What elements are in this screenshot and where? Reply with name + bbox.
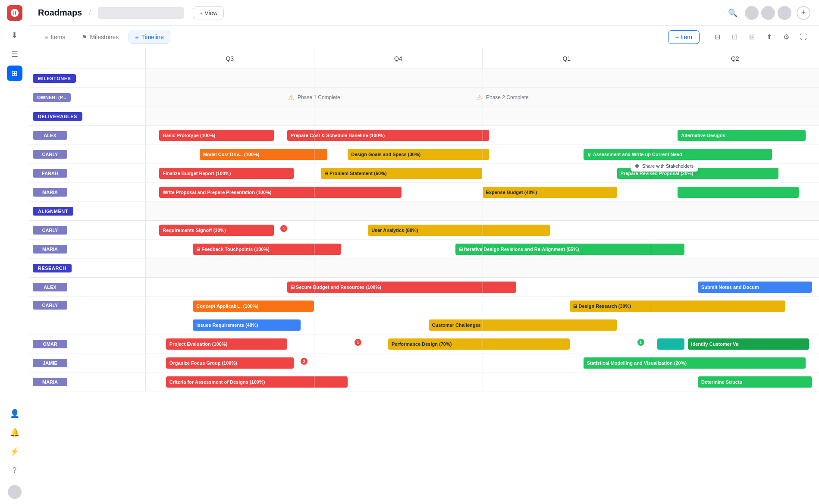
owner-row-carly-align: CARLY bbox=[29, 221, 145, 240]
bar-finalize-budget[interactable]: Finalize Budget Report (100%) bbox=[159, 168, 294, 179]
page-title: Roadmaps bbox=[38, 8, 82, 18]
bar-identify-customer[interactable]: Identify Customer Va bbox=[688, 338, 809, 350]
bar-criteria-assessment[interactable]: Criteria for Assessment of Designs (100%… bbox=[166, 376, 348, 388]
deliverables-label: DELIVERABLES bbox=[33, 112, 82, 121]
owner-row-omar: OMAR bbox=[29, 335, 145, 354]
bar-organize-focus[interactable]: Organize Focus Group (100%) bbox=[166, 357, 294, 369]
bar-model-cost[interactable]: Model Cost Driv... (100%) bbox=[200, 149, 328, 160]
owner-label-carly-align: CARLY bbox=[33, 226, 67, 235]
bar-secure-budget[interactable]: ⊟ Secure Budget and Resources (100%) bbox=[287, 282, 516, 293]
bar-submit-notes[interactable]: Submit Notes and Docum bbox=[698, 282, 812, 293]
bar-determine-structure[interactable]: Determine Structu bbox=[698, 376, 812, 388]
badge-omar: 1 bbox=[355, 339, 361, 346]
bar-prepare-cost[interactable]: Prepare Cost & Schedule Baseline (100%) bbox=[287, 130, 489, 141]
bar-concept-applicabl[interactable]: Concept Applicabl... (100%) bbox=[193, 301, 314, 312]
bar-identify-teal[interactable] bbox=[657, 338, 684, 350]
bar-expense-budget[interactable]: Expense Budget (40%) bbox=[483, 187, 617, 198]
timeline-tab-icon: ≡ bbox=[135, 34, 138, 41]
owner-row-milestones-owner: OWNER: (P... bbox=[29, 88, 145, 107]
bar-alternative-designs[interactable]: Alternative Designs bbox=[678, 130, 806, 141]
tab-items-label: Items bbox=[50, 34, 65, 41]
sidebar-contacts-icon[interactable]: 👤 bbox=[7, 406, 22, 421]
bar-design-research[interactable]: ⊟ Design Research (30%) bbox=[570, 301, 785, 312]
owner-row-carly-del: CARLY bbox=[29, 145, 145, 164]
export-icon[interactable]: ⬆ bbox=[762, 30, 776, 44]
sidebar-download-icon[interactable]: ⬇ bbox=[7, 28, 22, 43]
sidebar-list-icon[interactable]: ☰ bbox=[7, 47, 22, 62]
app-logo[interactable] bbox=[7, 5, 22, 21]
gantt-row-maria-align: ⊟ Feedback Touchpoints (100%) ⊟ Iterativ… bbox=[146, 240, 819, 259]
gantt-row-maria-res: Criteria for Assessment of Designs (100%… bbox=[146, 373, 819, 391]
header: Roadmaps / + View 🔍 + bbox=[29, 0, 819, 26]
timeline-container: MILESTONES OWNER: (P... DELIVERABLES ALE… bbox=[29, 48, 819, 504]
bar-basic-prototype[interactable]: Basic Prototype (100%) bbox=[159, 130, 273, 141]
toolbar: ≡ Items ⚑ Milestones ≡ Timeline + Item ⊟… bbox=[29, 26, 819, 48]
breadcrumb[interactable] bbox=[98, 7, 184, 19]
sidebar: ⬇ ☰ ⊞ 👤 🔔 ⚡ ? bbox=[0, 0, 29, 504]
add-view-button[interactable]: + View bbox=[193, 6, 224, 19]
gantt-row-carly-align: Requirements Signoff (20%) 1 User Analyt… bbox=[146, 221, 819, 240]
group-icon[interactable]: ⊡ bbox=[728, 30, 741, 44]
owner-row-farah: FARAH bbox=[29, 164, 145, 183]
tab-items[interactable]: ≡ Items bbox=[38, 31, 72, 44]
avatar-2 bbox=[761, 6, 775, 20]
quarter-q3: Q3 bbox=[146, 48, 314, 69]
items-tab-icon: ≡ bbox=[44, 34, 48, 41]
dropdown-dot bbox=[635, 164, 639, 168]
gantt-milestones-section bbox=[146, 69, 819, 88]
bar-problem-statement[interactable]: ⊟ Problem Statement (60%) bbox=[321, 168, 483, 179]
search-icon[interactable]: 🔍 bbox=[726, 6, 740, 20]
sidebar-help-icon[interactable]: ? bbox=[7, 463, 22, 478]
dropdown-text: Share with Stakeholders bbox=[642, 163, 693, 169]
bar-performance-design[interactable]: Performance Design (70%) bbox=[388, 338, 570, 350]
owner-label-alex-del: ALEX bbox=[33, 131, 67, 140]
bar-statistical-modelling[interactable]: Statistical Modelling and Visualization … bbox=[584, 357, 806, 369]
bar-user-analytics[interactable]: User Analytics (80%) bbox=[368, 225, 549, 236]
owner-label-carly-del: CARLY bbox=[33, 150, 67, 159]
bar-feedback-touchpoints[interactable]: ⊟ Feedback Touchpoints (100%) bbox=[193, 244, 341, 255]
gantt-row-milestones-owner: ⚠ Phase 1 Complete ⚠ Phase 2 Complete bbox=[146, 88, 819, 107]
avatar-3 bbox=[778, 6, 791, 20]
add-member-button[interactable]: + bbox=[797, 6, 810, 20]
breadcrumb-sep: / bbox=[89, 8, 91, 17]
gantt-row-carly-del: Model Cost Driv... (100%) Design Goals a… bbox=[146, 145, 819, 164]
tab-timeline[interactable]: ≡ Timeline bbox=[129, 31, 170, 44]
layout-icon[interactable]: ⊞ bbox=[745, 30, 759, 44]
settings-icon[interactable]: ⚙ bbox=[779, 30, 793, 44]
owner-label-alex-res: ALEX bbox=[33, 283, 67, 291]
owner-label-maria-align: MARIA bbox=[33, 245, 67, 254]
owner-label-farah: FARAH bbox=[33, 169, 67, 178]
bar-write-proposal[interactable]: Write Proposal and Prepare Presentation … bbox=[159, 187, 402, 198]
tab-milestones-label: Milestones bbox=[90, 34, 119, 41]
tab-timeline-label: Timeline bbox=[141, 34, 164, 41]
research-label: RESEARCH bbox=[33, 264, 72, 272]
bar-iterative-design[interactable]: ⊟ Iterative Design Revisions and Re-Alig… bbox=[455, 244, 684, 255]
dropdown-share[interactable]: Share with Stakeholders bbox=[631, 160, 698, 172]
filter-icon[interactable]: ⊟ bbox=[710, 30, 724, 44]
bar-project-evaluation[interactable]: Project Evaluation (100%) bbox=[166, 338, 287, 350]
sidebar-lightning-icon[interactable]: ⚡ bbox=[7, 444, 22, 459]
toolbar-separator bbox=[705, 31, 705, 43]
bar-issues-requirements[interactable]: Issues Requirements (40%) bbox=[193, 319, 301, 331]
user-avatar[interactable] bbox=[8, 485, 22, 499]
badge-requirements: 1 bbox=[280, 225, 287, 232]
bar-design-goals[interactable]: Design Goals and Specs (30%) bbox=[348, 149, 489, 160]
owner-label-maria-res: MARIA bbox=[33, 378, 67, 386]
header-avatars bbox=[745, 6, 791, 20]
tab-milestones[interactable]: ⚑ Milestones bbox=[75, 31, 125, 44]
badge-jamie: 2 bbox=[301, 358, 308, 365]
gantt-row-jamie: Organize Focus Group (100%) 2 Statistica… bbox=[146, 354, 819, 373]
bar-requirements-signoff[interactable]: Requirements Signoff (20%) bbox=[159, 225, 273, 236]
sidebar-roadmap-icon[interactable]: ⊞ bbox=[7, 66, 22, 81]
bar-customer-challenges[interactable]: Customer Challenges bbox=[429, 319, 617, 331]
gantt-row-alex-res: ⊟ Secure Budget and Resources (100%) Sub… bbox=[146, 278, 819, 297]
sidebar-bell-icon[interactable]: 🔔 bbox=[7, 425, 22, 440]
bar-maria-green[interactable] bbox=[678, 187, 799, 198]
owner-label-omar: OMAR bbox=[33, 340, 67, 348]
bar-assessment[interactable]: ∨ Assessment and Write up Current Need bbox=[584, 149, 772, 160]
owner-row-jamie: JAMIE bbox=[29, 354, 145, 373]
add-item-button[interactable]: + Item bbox=[668, 30, 700, 44]
fullscreen-icon[interactable]: ⛶ bbox=[797, 30, 810, 44]
gantt-row-farah: Finalize Budget Report (100%) ⊟ Problem … bbox=[146, 164, 819, 183]
gantt-row-omar: Project Evaluation (100%) 1 Performance … bbox=[146, 335, 819, 354]
